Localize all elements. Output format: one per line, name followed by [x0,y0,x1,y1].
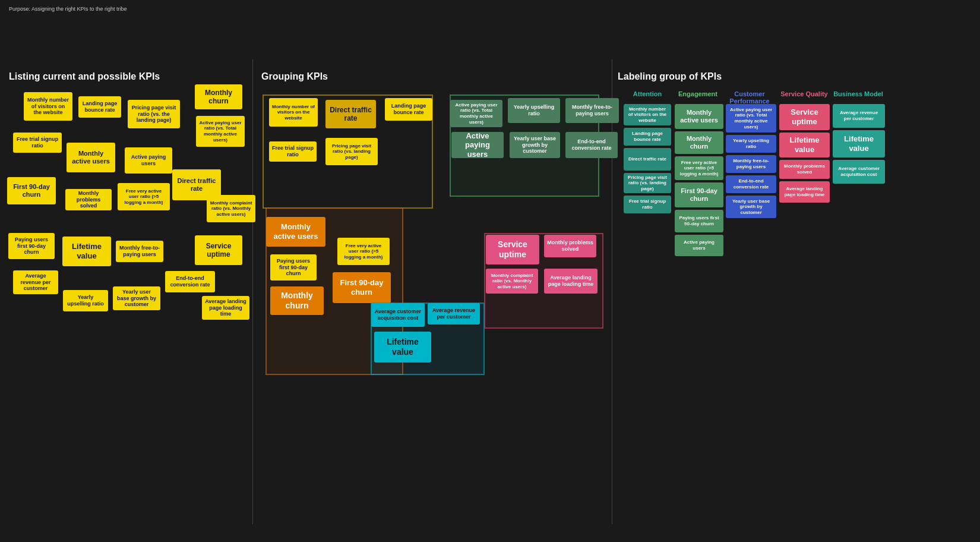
note-monthly-visitors: Monthly number of visitors on the websit… [24,92,72,121]
label-eng-4: First 90-day churn [675,182,723,207]
note-monthly-active-list: Monthly active users [67,143,115,172]
label-cust-5: Yearly user base growth by customer [726,196,776,218]
label-eng-1: Monthly active users [675,104,723,129]
label-svc-4: Average landing page loading time [779,181,830,203]
note-g-monthly-active: Monthly active users [266,217,325,247]
label-cust-3: Monthly free-to-paying users [726,155,776,173]
label-eng-2: Monthly churn [675,131,723,154]
label-svc-1: Service uptime [779,104,830,130]
note-pricing-visit: Pricing page visit ratio (vs. the landin… [128,100,180,128]
label-svc-2: Lifetime value [779,133,830,157]
label-eng-6: Active paying users [675,235,723,256]
label-attn-2: Landing page bounce rate [624,128,671,146]
note-g-monthly-churn: Monthly churn [270,286,324,315]
note-g-active-paying-ratio2: Active paying user ratio (vs. Total mont… [450,100,502,127]
note-g-avg-landing2: Average landing page loading time [544,269,598,294]
note-g-avg-customer-acq: Average customer acquisition cost [371,303,425,327]
label-svc-3: Monthly problems solved [779,160,830,179]
note-g-monthly-free-paying2: Monthly free-to-paying users [565,98,619,123]
label-attn-1: Monthly number of visitors on the websit… [624,104,671,125]
section-listing: Listing current and possible KPIs [9,71,160,82]
label-biz-3: Average customer acquisition cost [833,160,885,184]
note-g-monthly-problems2: Monthly problems solved [544,235,596,257]
note-g-yearly-upsell2: Yearly upselling ratio [508,98,560,123]
note-active-paying-list: Active paying users [125,147,172,174]
note-g-pricing-visit: Pricing page visit ratio (vs. landing pa… [325,138,378,165]
label-cust-1: Active paying user ratio (vs. Total mont… [726,104,776,133]
note-yearly-upsell: Yearly upselling ratio [63,290,108,311]
label-attn-5: Free trial signup ratio [624,196,671,213]
purpose-text: Purpose: Assigning the right KPIs to the… [9,6,127,12]
section-grouping: Grouping KPIs [261,71,328,82]
note-g-yearly-base-growth: Yearly user base growth by customer [510,132,560,158]
note-paying-first90: Paying users first 90-day churn [8,233,55,259]
label-attn-4: Pricing page visit ratio (vs. landing pa… [624,173,671,193]
label-biz-1: Average revenue per customer [833,104,885,128]
note-g-avg-revenue2: Average revenue per customer [428,303,480,324]
note-g-active-paying2: Active paying users [451,132,504,158]
note-complaint-ratio: Monthly complaint ratio (vs. Monthly act… [207,195,255,222]
note-avg-revenue: Average revenue per customer [13,270,58,294]
col-header-business: Business Model [832,90,885,97]
label-cust-2: Yearly upselling ratio [726,135,776,153]
note-avg-landing: Average landing page loading time [202,296,249,320]
note-yearly-growth: Yearly user base growth by customer [113,286,160,310]
col-header-attention: Attention [624,90,671,97]
note-active-paying-ratio: Active paying user ratio (vs. Total mont… [196,116,245,147]
note-service-uptime-list: Service uptime [195,235,242,265]
note-free-very-active: Free very active user ratio (>5 logging … [118,183,170,210]
note-free-trial: Free trial signup ratio [13,133,62,153]
note-g-paying-first90: Paying users first 90-day churn [270,254,317,281]
note-g-direct-traffic: Direct traffic rate [325,100,376,128]
divider-1 [252,59,253,524]
label-cust-4: End-to-end conversion rate [726,175,776,193]
divider-2 [612,59,612,524]
note-problems-solved-list: Monthly problems solved [65,189,112,210]
note-end-to-end: End-to-end conversion rate [165,271,215,292]
note-g-complaint-ratio2: Monthly complaint ratio (vs. Monthly act… [486,269,538,294]
note-lifetime-value-list: Lifetime value [62,237,111,266]
label-attn-3: Direct traffic rate [624,148,671,171]
col-header-engagement: Engagement [674,90,722,97]
section-labeling: Labeling group of KPIs [618,71,722,82]
note-monthly-free-paying: Monthly free-to-paying users [116,241,163,262]
note-monthly-churn-list: Monthly churn [195,84,242,109]
label-biz-2: Lifetime value [833,130,885,157]
col-header-service: Service Quality [778,90,830,97]
note-g-landing-bounce: Landing page bounce rate [385,98,432,121]
note-g-end-to-end2: End-to-end conversion rate [565,132,618,158]
label-eng-5: Paying users first 90-day churn [675,210,723,232]
note-g-service-uptime2: Service uptime [486,235,539,264]
note-landing-bounce: Landing page bounce rate [78,96,121,118]
col-header-customer: Customer Performance [723,90,776,105]
note-g-lifetime-value: Lifetime value [374,332,431,363]
note-g-free-trial: Free trial signup ratio [269,141,317,162]
note-g-monthly-visitors: Monthly number of visitors on the websit… [269,98,318,127]
note-first-90-list: First 90-day churn [7,177,56,204]
label-eng-3: Free very active user ratio (>5 logging … [675,156,723,180]
note-g-free-very-active2: Free very active user ratio (>5 logging … [337,238,390,265]
